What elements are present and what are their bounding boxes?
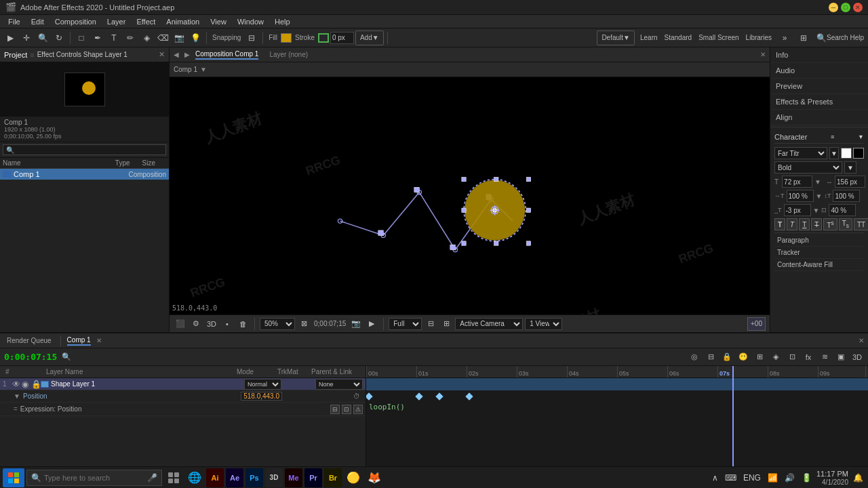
keyframe-4[interactable]	[465, 392, 473, 400]
vc-render-btn[interactable]: ⬛	[174, 317, 187, 331]
ts-strikethrough[interactable]: T	[811, 218, 822, 230]
ts-sub[interactable]: Ts	[839, 218, 852, 230]
viewer-canvas[interactable]: 人人素材 RRCG 人人素材 RRCG RRCG 人人素材	[170, 77, 770, 314]
scale-h-arrow[interactable]: ▼	[816, 192, 823, 200]
ts-italic[interactable]: T	[787, 218, 797, 230]
vc-dot-btn[interactable]: •	[220, 317, 234, 331]
taskbar-app-photoshop[interactable]: Ps	[245, 468, 263, 487]
font-name-expand[interactable]: ▼	[829, 147, 839, 159]
tracker-item[interactable]: Tracker	[774, 247, 864, 259]
right-item-audio[interactable]: Audio	[770, 63, 868, 79]
taskbar-app-premiere[interactable]: Pr	[304, 468, 322, 487]
tl-motion-btn[interactable]: ≋	[818, 350, 831, 364]
tool-rect[interactable]: □	[74, 30, 89, 45]
taskbar-app-firefox[interactable]: 🦊	[365, 468, 384, 487]
libraries-btn[interactable]: Libraries	[745, 30, 773, 45]
ts-caps[interactable]: TT	[854, 218, 868, 230]
keyframe-2[interactable]	[415, 392, 422, 400]
tl-effects-btn[interactable]: fx	[802, 350, 815, 364]
color-white[interactable]	[841, 148, 852, 159]
tool-camera[interactable]: 📷	[172, 30, 186, 45]
menu-window[interactable]: Window	[232, 16, 269, 27]
vc-camera-select[interactable]: Active Camera	[455, 318, 523, 330]
tool-light[interactable]: 💡	[188, 30, 203, 45]
search-help-btn[interactable]: 🔍 Search Help	[815, 30, 865, 45]
character-panel-icon[interactable]: ≡	[831, 134, 834, 140]
tool-text[interactable]: T	[106, 30, 121, 45]
vc-camera-icon[interactable]: 📷	[349, 317, 363, 331]
character-arrow[interactable]: ▼	[858, 134, 864, 140]
tool-rotate[interactable]: ↻	[52, 30, 66, 45]
layer-row-1[interactable]: 1 👁 ◉ 🔒 Shape Layer 1 Normal None	[0, 378, 366, 390]
tool-brush[interactable]: ✏	[123, 30, 138, 45]
expr-icon-2[interactable]: ⊡	[342, 405, 351, 414]
paragraph-item[interactable]: Paragraph	[774, 235, 864, 247]
viewer-close[interactable]: ✕	[760, 51, 766, 58]
vc-grid-btn[interactable]: ⊞	[439, 317, 453, 331]
baseline-input[interactable]	[784, 204, 811, 216]
taskbar-app-chrome[interactable]: 🟡	[344, 468, 363, 487]
right-item-align[interactable]: Align	[770, 110, 868, 125]
position-prop-row[interactable]: ▼ Position 518.0,443.0 ⏱	[0, 390, 366, 403]
vc-zoom-select[interactable]: 50%100%25%	[260, 318, 295, 330]
taskbar-app-aftereffects[interactable]: Ae	[226, 468, 243, 487]
expr-icon-3[interactable]: ⚠	[353, 405, 363, 414]
vc-more-btn[interactable]: +00	[747, 317, 766, 331]
tsumi-input[interactable]	[829, 204, 856, 216]
sys-expand-icon[interactable]: ∧	[710, 473, 720, 483]
project-search-input[interactable]	[3, 144, 166, 155]
panels-layout-btn[interactable]: ⊞	[796, 30, 811, 45]
stroke-color-swatch[interactable]	[318, 33, 329, 43]
keyframe-3[interactable]	[435, 392, 443, 400]
tl-collapse-btn[interactable]: ◈	[769, 350, 783, 364]
workspace-btn[interactable]: Default ▼	[597, 30, 635, 45]
sys-battery-icon[interactable]: 🔋	[800, 473, 814, 483]
right-item-info[interactable]: Info	[770, 47, 868, 63]
stroke-value-input[interactable]: 0 px	[330, 32, 354, 44]
ts-underline[interactable]: T	[799, 218, 810, 230]
add-btn[interactable]: Add ▼	[355, 30, 384, 45]
sys-volume-icon[interactable]: 🔊	[783, 473, 797, 483]
snapping-btn[interactable]: ⊟	[244, 30, 259, 45]
tool-pen[interactable]: ✒	[90, 30, 105, 45]
menu-layer[interactable]: Layer	[102, 16, 132, 27]
right-item-preview[interactable]: Preview	[770, 79, 868, 94]
right-item-effects[interactable]: Effects & Presets	[770, 94, 868, 110]
tl-solo-btn[interactable]: ◎	[688, 350, 701, 364]
layer-1-solo[interactable]: ◉	[22, 380, 31, 389]
vc-fit-btn[interactable]: ⊠	[297, 317, 311, 331]
menu-animation[interactable]: Animation	[161, 16, 205, 27]
expand-btn[interactable]: »	[777, 30, 792, 45]
clock[interactable]: 11:17 PM 4/1/2020	[816, 470, 848, 486]
menu-edit[interactable]: Edit	[26, 16, 50, 27]
tl-time-display[interactable]: 0:00:07:15	[4, 352, 57, 362]
vc-settings-btn[interactable]: ⚙	[189, 317, 203, 331]
vc-views-select[interactable]: 1 View	[525, 318, 562, 330]
panel-close-left[interactable]: ✕	[159, 50, 165, 59]
timeline-keyframe-area[interactable]: 00s 01s 02s 03s 04s 05s 06s 07s 08s 09s …	[366, 366, 868, 481]
menu-composition[interactable]: Composition	[50, 16, 102, 27]
font-name-select[interactable]: Far Titr	[774, 147, 827, 159]
viewer-nav-right[interactable]: ▶	[184, 51, 190, 58]
learn-btn[interactable]: Learn	[639, 30, 659, 45]
minimize-button[interactable]: ─	[829, 3, 838, 12]
tool-stamp[interactable]: ◈	[139, 30, 154, 45]
tl-adjust-btn[interactable]: ▣	[834, 350, 848, 364]
tl-quality-btn[interactable]: ⊡	[785, 350, 799, 364]
content-aware-fill-item[interactable]: Content-Aware Fill	[774, 259, 864, 271]
tl-tab-close[interactable]: ✕	[96, 337, 102, 344]
menu-file[interactable]: File	[3, 16, 26, 27]
expr-icon-1[interactable]: ⊟	[330, 405, 340, 414]
tl-search-btn[interactable]: 🔍	[60, 350, 73, 364]
tab-render-queue[interactable]: Render Queue	[4, 337, 54, 344]
tl-tab-comp1[interactable]: Comp 1	[67, 336, 91, 346]
font-size-arrow[interactable]: ▼	[814, 178, 821, 186]
tool-search[interactable]: 🔍	[35, 30, 50, 45]
sys-wifi-icon[interactable]: 📶	[766, 473, 780, 483]
scale-v-input[interactable]	[833, 190, 860, 202]
tool-anchor[interactable]: ✛	[19, 30, 34, 45]
small-screen-btn[interactable]: Small Screen	[697, 30, 740, 45]
tl-header-close[interactable]: ✕	[859, 337, 864, 344]
taskbar-app-edge[interactable]: 🌐	[185, 468, 204, 487]
tab-effect-controls[interactable]: Effect Controls Shape Layer 1	[37, 51, 127, 58]
